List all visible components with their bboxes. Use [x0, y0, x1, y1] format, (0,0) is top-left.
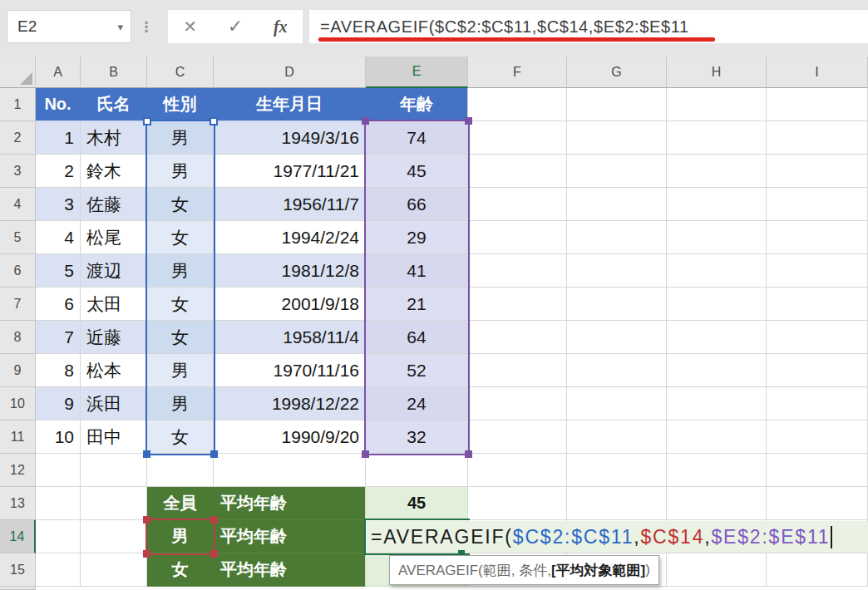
- cell-D2[interactable]: 1949/3/16: [214, 121, 366, 155]
- row-header-2[interactable]: 2: [0, 121, 36, 155]
- cell-B7[interactable]: 太田: [81, 288, 147, 321]
- cell-A1[interactable]: No.: [36, 88, 81, 121]
- cell-E8[interactable]: 64: [366, 321, 468, 354]
- cell-E11[interactable]: 32: [366, 420, 468, 454]
- cell-F1[interactable]: [468, 88, 567, 121]
- cell-I10[interactable]: [767, 387, 868, 420]
- cell-A5[interactable]: 4: [36, 221, 81, 254]
- cell-C9[interactable]: 男: [147, 354, 214, 387]
- cell-I7[interactable]: [767, 288, 868, 321]
- cell-C11[interactable]: 女: [147, 420, 214, 454]
- row-header-8[interactable]: 8: [0, 321, 36, 354]
- cell-E1[interactable]: 年齢: [366, 88, 468, 121]
- row-header-4[interactable]: 4: [0, 188, 36, 221]
- col-header-E[interactable]: E: [366, 57, 468, 88]
- cell-D10[interactable]: 1998/12/22: [214, 387, 366, 420]
- cell-H12[interactable]: [667, 454, 767, 487]
- cell-F12[interactable]: [468, 454, 567, 487]
- row-header-3[interactable]: 3: [0, 155, 36, 188]
- cell-I3[interactable]: [767, 155, 868, 188]
- cell-C5[interactable]: 女: [147, 221, 214, 254]
- cell-E13[interactable]: 45: [366, 487, 468, 520]
- cell-C6[interactable]: 男: [147, 254, 214, 288]
- cell-A7[interactable]: 6: [36, 288, 81, 321]
- cell-I9[interactable]: [767, 354, 868, 387]
- cell-F4[interactable]: [468, 188, 567, 221]
- col-header-H[interactable]: H: [667, 57, 767, 88]
- cell-A2[interactable]: 1: [36, 121, 81, 155]
- cell-I12[interactable]: [767, 454, 868, 487]
- cell-I11[interactable]: [767, 420, 868, 454]
- row-header-10[interactable]: 10: [0, 387, 36, 420]
- cell-B14[interactable]: [81, 520, 147, 553]
- cell-F9[interactable]: [468, 354, 567, 387]
- cell-H3[interactable]: [667, 155, 767, 188]
- cell-H4[interactable]: [667, 188, 767, 221]
- cell-H6[interactable]: [667, 254, 767, 288]
- cell-A10[interactable]: 9: [36, 387, 81, 420]
- cell-G1[interactable]: [567, 88, 667, 121]
- cell-G2[interactable]: [567, 121, 667, 155]
- cell-I1[interactable]: [767, 88, 868, 121]
- cell-F10[interactable]: [468, 387, 567, 420]
- row-header-12[interactable]: 12: [0, 454, 36, 487]
- cancel-icon[interactable]: ✕: [183, 18, 197, 35]
- col-header-B[interactable]: B: [81, 57, 147, 88]
- cell-F5[interactable]: [468, 221, 567, 254]
- cell-D6[interactable]: 1981/12/8: [214, 254, 366, 288]
- cell-E2[interactable]: 74: [366, 121, 468, 155]
- row-header-14[interactable]: 14: [0, 520, 36, 553]
- cell-G7[interactable]: [567, 288, 667, 321]
- cell-C15[interactable]: 女: [147, 553, 214, 587]
- cell-D7[interactable]: 2001/9/18: [214, 288, 366, 321]
- cell-D15[interactable]: 平均年齢: [214, 553, 366, 587]
- cell-F8[interactable]: [468, 321, 567, 354]
- cell-D4[interactable]: 1956/11/7: [214, 188, 366, 221]
- cell-I5[interactable]: [767, 221, 868, 254]
- cell-D13[interactable]: 平均年齢: [214, 487, 366, 520]
- row-header-11[interactable]: 11: [0, 420, 36, 454]
- row-header-1[interactable]: 1: [0, 88, 36, 121]
- cell-F7[interactable]: [468, 288, 567, 321]
- cell-D11[interactable]: 1990/9/20: [214, 420, 366, 454]
- cell-H13[interactable]: [667, 487, 767, 520]
- cell-A13[interactable]: [36, 487, 81, 520]
- cell-B10[interactable]: 浜田: [81, 387, 147, 420]
- cell-F2[interactable]: [468, 121, 567, 155]
- cell-F6[interactable]: [468, 254, 567, 288]
- cell-A12[interactable]: [36, 454, 81, 487]
- cell-H9[interactable]: [667, 354, 767, 387]
- cell-H1[interactable]: [667, 88, 767, 121]
- col-header-D[interactable]: D: [214, 57, 366, 88]
- name-box-dropdown-icon[interactable]: ▾: [117, 21, 123, 33]
- col-header-A[interactable]: A: [36, 57, 81, 88]
- col-header-C[interactable]: C: [147, 57, 214, 88]
- cell-I8[interactable]: [767, 321, 868, 354]
- cell-H5[interactable]: [667, 221, 767, 254]
- cell-B3[interactable]: 鈴木: [81, 155, 147, 188]
- row-header-5[interactable]: 5: [0, 221, 36, 254]
- cell-I13[interactable]: [767, 487, 868, 520]
- cell-H2[interactable]: [667, 121, 767, 155]
- cell-A14[interactable]: [36, 520, 81, 553]
- cell-F3[interactable]: [468, 155, 567, 188]
- row-header-9[interactable]: 9: [0, 354, 36, 387]
- cell-F11[interactable]: [468, 420, 567, 454]
- cell-D3[interactable]: 1977/11/21: [214, 155, 366, 188]
- cell-A8[interactable]: 7: [36, 321, 81, 354]
- name-box[interactable]: E2 ▾: [7, 10, 131, 43]
- cell-G13[interactable]: [567, 487, 667, 520]
- cell-I6[interactable]: [767, 254, 868, 288]
- cell-editor-text[interactable]: =AVERAGEIF($C$2:$C$11,$C$14,$E$2:$E$11: [371, 521, 832, 553]
- cell-E5[interactable]: 29: [366, 221, 468, 254]
- cell-E9[interactable]: 52: [366, 354, 468, 387]
- cell-G4[interactable]: [567, 188, 667, 221]
- cell-E6[interactable]: 41: [366, 254, 468, 288]
- cell-B15[interactable]: [81, 553, 147, 587]
- cell-E4[interactable]: 66: [366, 188, 468, 221]
- cell-B6[interactable]: 渡辺: [81, 254, 147, 288]
- cell-B9[interactable]: 松本: [81, 354, 147, 387]
- cell-C13[interactable]: 全員: [147, 487, 214, 520]
- row-header-7[interactable]: 7: [0, 288, 36, 321]
- cell-C12[interactable]: [147, 454, 214, 487]
